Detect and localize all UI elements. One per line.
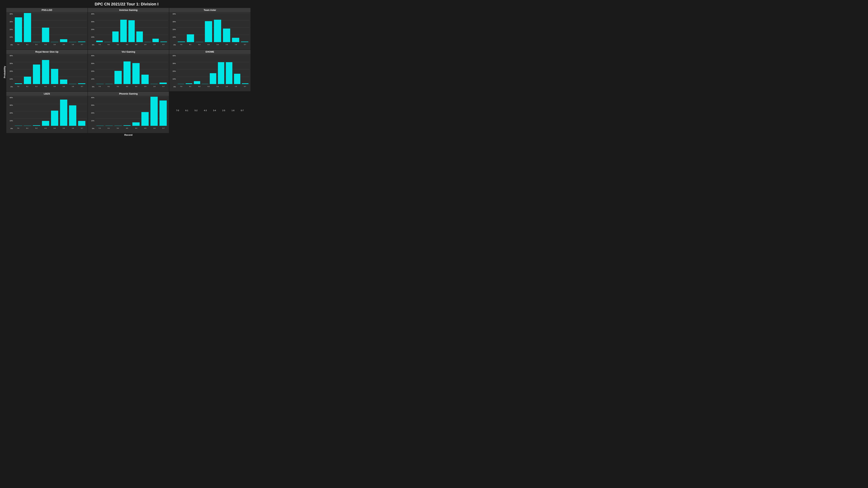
legend-x-label-43: 4-3 [204, 109, 207, 111]
bars-aster [177, 13, 250, 42]
chart-vici: Vici Gaming 40% 30% 20% 10% 0% [88, 50, 169, 91]
y-axis-label: Probability [3, 66, 6, 78]
bars-rng [13, 55, 87, 84]
bars-area-lbzs: 7-0 6-1 5-2 4-3 3-4 2-5 1-6 0-7 [13, 97, 87, 129]
chart-header-ehome: EHOME [169, 50, 250, 54]
bars-area-invictus: 7-0 6-1 5-2 4-3 3-4 2-5 1-6 0-7 [95, 13, 168, 46]
chart-header-invictus: Invictus Gaming [88, 8, 169, 12]
chart-body-vici: 40% 30% 20% 10% 0% [88, 54, 169, 91]
legend-x-labels-area: 7-0 6-1 5-2 4-3 3-4 2-5 1-6 0-7 [169, 92, 250, 128]
bars-ehome [177, 55, 250, 84]
chart-body-phoenix: 40% 30% 20% 10% 0% [88, 96, 169, 133]
charts-wrapper: Probability PSG.LGD 40% 30% 20% 10% 0% [3, 8, 250, 136]
chart-phoenix: Phoenix Gaming 40% 30% 20% 10% 0% [88, 92, 169, 133]
legend-x-label-61: 6-1 [185, 109, 188, 111]
legend-x-label-25: 2-5 [222, 109, 225, 111]
y-axis-rng: 40% 30% 20% 10% 0% [6, 55, 13, 88]
legend-x-label-34: 3-4 [213, 109, 216, 111]
bars-area-ehome: 7-0 6-1 5-2 4-3 3-4 2-5 1-6 0-7 [177, 55, 250, 88]
bars-psg-lgd [13, 13, 87, 42]
y-axis-vici: 40% 30% 20% 10% 0% [88, 55, 95, 88]
legend-x-label-16: 1-6 [231, 109, 235, 111]
legend-x-label-52: 5-2 [194, 109, 197, 111]
chart-team-aster: Team Aster 40% 30% 20% 10% 0% [169, 8, 250, 50]
chart-lbzs: LBZS 40% 30% 20% 10% 0% [6, 92, 88, 133]
y-axis-aster: 40% 30% 20% 10% 0% [169, 13, 177, 46]
chart-body-rng: 40% 30% 20% 10% 0% [6, 54, 88, 91]
bars-lbzs [13, 97, 87, 126]
bars-phoenix [95, 97, 168, 126]
chart-title: DPC CN 2021/22 Tour 1: Division I [3, 2, 250, 6]
y-axis-psg-lgd: 40% 30% 20% 10% 0% [6, 13, 13, 46]
chart-header-vici: Vici Gaming [88, 50, 169, 54]
chart-header-aster: Team Aster [169, 8, 250, 12]
main-container: DPC CN 2021/22 Tour 1: Division I Probab… [0, 0, 253, 143]
charts-grid: PSG.LGD 40% 30% 20% 10% 0% [6, 8, 250, 133]
chart-header-rng: Royal Never Give Up [6, 50, 88, 54]
chart-body-lbzs: 40% 30% 20% 10% 0% [6, 96, 88, 133]
chart-rng: Royal Never Give Up 40% 30% 20% 10% 0% [6, 50, 88, 91]
chart-invictus-gaming: Invictus Gaming 40% 30% 20% 10% 0% [88, 8, 169, 50]
x-axis-global-label: Record [6, 134, 250, 136]
chart-header-psg-lgd: PSG.LGD [6, 8, 88, 12]
bars-vici [95, 55, 168, 84]
chart-body-invictus: 40% 30% 20% 10% 0% [88, 12, 169, 50]
bars-area-rng: 7-0 6-1 5-2 4-3 3-4 2-5 1-6 0-7 [13, 55, 87, 88]
bars-invictus [95, 13, 168, 42]
chart-psg-lgd: PSG.LGD 40% 30% 20% 10% 0% [6, 8, 88, 50]
y-axis-ehome: 40% 30% 20% 10% 0% [169, 55, 177, 88]
x-labels-psg-lgd: 7-0 6-1 5-2 4-3 3-4 2-5 1-6 0-7 [13, 44, 87, 45]
legend-x-label-70: 7-0 [176, 109, 179, 111]
chart-body-psg-lgd: 40% 30% 20% 10% 0% [6, 12, 88, 50]
legend-x-labels-row: 7-0 6-1 5-2 4-3 3-4 2-5 1-6 0-7 [173, 109, 247, 111]
bars-area-phoenix: 7-0 6-1 5-2 4-3 3-4 2-5 1-6 0-7 [95, 97, 168, 129]
chart-body-aster: 40% 30% 20% 10% 0% [169, 12, 250, 50]
y-axis-invictus: 40% 30% 20% 10% 0% [88, 13, 95, 46]
legend-cell: 7-0 6-1 5-2 4-3 3-4 2-5 1-6 0-7 [169, 92, 250, 133]
bars-area-psg-lgd: 7-0 6-1 5-2 4-3 3-4 2-5 1-6 0-7 [13, 13, 87, 46]
chart-body-ehome: 40% 30% 20% 10% 0% [169, 54, 250, 91]
bars-area-vici: 7-0 6-1 5-2 4-3 3-4 2-5 1-6 0-7 [95, 55, 168, 88]
y-axis-global-container: Probability [3, 8, 6, 136]
y-axis-phoenix: 40% 30% 20% 10% 0% [88, 97, 95, 129]
chart-ehome: EHOME 40% 30% 20% 10% 0% [169, 50, 250, 91]
bars-area-aster: 7-0 6-1 5-2 4-3 3-4 2-5 1-6 0-7 [177, 13, 250, 46]
chart-header-phoenix: Phoenix Gaming [88, 92, 169, 96]
legend-x-label-07: 0-7 [241, 109, 244, 111]
chart-header-lbzs: LBZS [6, 92, 88, 96]
y-axis-lbzs: 40% 30% 20% 10% 0% [6, 97, 13, 129]
